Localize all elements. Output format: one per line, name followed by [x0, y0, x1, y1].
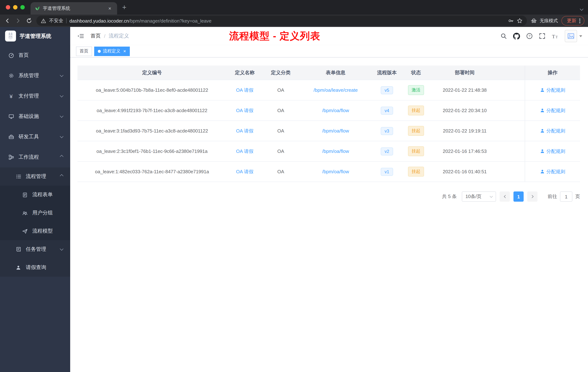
reload-icon[interactable] [25, 18, 33, 24]
sidebar-item-system[interactable]: 系统管理 [0, 66, 70, 86]
sidebar-item-infrastructure[interactable]: 基础设施 [0, 106, 70, 127]
favicon-leaf-icon [35, 6, 40, 11]
sidebar-item-process-form[interactable]: 流程表单 [0, 186, 70, 204]
tab-close-icon[interactable]: × [107, 5, 113, 11]
window-controls [0, 5, 31, 10]
back-icon[interactable] [4, 18, 11, 24]
version-badge: v2 [380, 147, 393, 155]
status-badge: 挂起 [408, 146, 424, 156]
help-icon[interactable]: ? [526, 33, 533, 39]
forward-icon[interactable] [15, 18, 22, 24]
url-text[interactable]: dashboard.yudao.iocoder.cn/bpm/manager/d… [69, 18, 211, 23]
tag-home[interactable]: 首页 [76, 46, 92, 56]
user-avatar-menu[interactable] [565, 30, 582, 42]
sidebar-item-payment[interactable]: ¥ 支付管理 [0, 86, 70, 106]
password-key-icon[interactable] [508, 18, 514, 24]
assign-rule-button[interactable]: 分配规则 [540, 128, 565, 134]
assign-rule-button[interactable]: 分配规则 [540, 148, 565, 154]
toolbox-icon [8, 134, 14, 140]
column-header: 部署时间 [431, 69, 499, 76]
sidebar-item-user-group[interactable]: 用户分组 [0, 204, 70, 222]
table-row: oa_leave:2:3c1f0ef1-76b1-11ec-9c66-a2380… [77, 141, 580, 162]
tab-search-chevron-icon[interactable] [580, 5, 583, 12]
table-header-row: 定义编号 定义名称 定义分类 表单信息 流程版本 状态 部署时间 操作 [77, 66, 580, 80]
workflow-icon [8, 154, 14, 160]
sidebar-item-process-management[interactable]: 流程管理 [0, 167, 70, 186]
browser-menu-icon[interactable] [579, 18, 580, 23]
process-list-icon [15, 174, 21, 179]
sidebar-item-task-management[interactable]: 任务管理 [0, 240, 70, 258]
tag-process-definition[interactable]: 流程定义 × [94, 46, 130, 56]
sidebar-item-process-model[interactable]: 流程模型 [0, 222, 70, 240]
browser-tab[interactable]: 芋道管理系统 × [31, 2, 117, 15]
page-size-select[interactable]: 10条/页 [462, 191, 496, 202]
deploy-time: 2022-01-16 01:40:51 [431, 169, 499, 174]
page-unit-label: 页 [575, 193, 580, 200]
font-size-icon[interactable]: TT [552, 33, 558, 39]
omnibox-divider [66, 18, 67, 23]
minimize-window-button[interactable] [13, 5, 17, 10]
definition-name-link[interactable]: OA 请假 [236, 169, 253, 174]
definition-name-link[interactable]: OA 请假 [236, 148, 253, 154]
table-row: oa_leave:4:991f2193-7b7f-11ec-a3c8-acde4… [77, 100, 580, 121]
sidebar-item-label: 首页 [19, 52, 29, 59]
definition-name-link[interactable]: OA 请假 [236, 87, 253, 93]
deploy-time: 2022-01-22 21:48:38 [431, 87, 499, 93]
update-button[interactable]: 更新 [561, 16, 584, 25]
definition-name-link[interactable]: OA 请假 [236, 128, 253, 133]
definition-id: oa_leave:1:482ec033-762a-11ec-8477-a2380… [77, 169, 227, 174]
next-page-button[interactable] [527, 191, 537, 202]
form-link[interactable]: /bpm/oa/flow [322, 169, 349, 174]
breadcrumb-home[interactable]: 首页 [91, 33, 101, 39]
form-link[interactable]: /bpm/oa/flow [322, 149, 349, 154]
fullscreen-icon[interactable] [539, 33, 546, 39]
assign-rule-button[interactable]: 分配规则 [540, 107, 565, 114]
monitor-icon [8, 114, 14, 119]
search-icon[interactable] [500, 33, 507, 39]
prev-page-button[interactable] [500, 191, 510, 202]
definition-id: oa_leave:3:1fad3d93-7b75-11ec-a3c8-acde4… [77, 128, 227, 134]
definition-category: OA [263, 108, 299, 113]
form-link[interactable]: /bpm/oa/leave/create [314, 87, 358, 93]
new-tab-button[interactable]: + [117, 3, 131, 11]
chevron-up-icon [60, 174, 63, 178]
app-header: 首页 / 流程定义 流程模型 - 定义列表 ? [70, 27, 588, 45]
sidebar-item-devtools[interactable]: 研发工具 [0, 127, 70, 147]
sidebar-collapse-icon[interactable] [74, 33, 87, 39]
form-link[interactable]: /bpm/oa/flow [322, 128, 349, 134]
status-badge: 挂起 [408, 126, 424, 136]
table-row: oa_leave:1:482ec033-762a-11ec-8477-a2380… [77, 162, 580, 182]
sidebar-item-label: 用户分组 [32, 210, 53, 216]
close-window-button[interactable] [6, 5, 10, 10]
gear-icon [8, 73, 14, 79]
chevron-left-icon [504, 195, 507, 198]
form-link[interactable]: /bpm/oa/flow [322, 108, 349, 113]
github-icon[interactable] [513, 33, 520, 40]
goto-page-input[interactable] [560, 191, 572, 202]
sidebar-item-leave-query[interactable]: 请假查询 [0, 258, 70, 277]
sidebar: 芋道管理系统 首页 系统管理 ¥ 支付管理 基础设施 [0, 27, 70, 372]
security-label[interactable]: 不安全 [49, 17, 63, 24]
definition-id: oa_leave:2:3c1f0ef1-76b1-11ec-9c66-a2380… [77, 149, 227, 154]
tag-label: 首页 [80, 48, 88, 54]
assign-rule-button[interactable]: 分配规则 [540, 168, 565, 175]
tags-view-bar: 首页 流程定义 × [70, 45, 588, 57]
not-secure-warning-icon[interactable] [41, 18, 46, 23]
definition-category: OA [263, 87, 299, 93]
bookmark-star-icon[interactable] [517, 18, 523, 24]
chevron-down-icon [60, 114, 63, 118]
sidebar-item-workflow[interactable]: 工作流程 [0, 147, 70, 167]
zoom-window-button[interactable] [20, 5, 25, 10]
form-icon [22, 192, 28, 197]
pagination: 共 5 条 10条/页 1 前往 页 [77, 191, 580, 202]
app-logo [5, 31, 16, 42]
assign-rule-button[interactable]: 分配规则 [540, 87, 565, 93]
deploy-time: 2022-01-16 17:46:53 [431, 149, 499, 154]
address-bar[interactable]: 不安全 dashboard.yudao.iocoder.cn/bpm/manag… [36, 16, 527, 26]
tag-close-icon[interactable]: × [123, 48, 126, 54]
definition-name-link[interactable]: OA 请假 [236, 108, 253, 113]
sidebar-item-label: 流程模型 [32, 228, 53, 234]
sidebar-item-home[interactable]: 首页 [0, 45, 70, 66]
current-page-button[interactable]: 1 [514, 191, 524, 202]
page-content: 定义编号 定义名称 定义分类 表单信息 流程版本 状态 部署时间 操作 oa_l… [70, 57, 588, 372]
